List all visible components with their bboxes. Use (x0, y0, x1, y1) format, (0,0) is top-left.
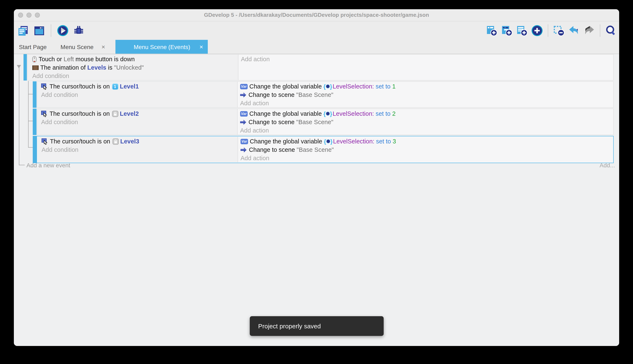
project-manager-icon[interactable] (17, 24, 29, 37)
actions-cell[interactable]: Add action (238, 54, 613, 80)
lock-icon (112, 110, 118, 117)
text-segment: is (106, 64, 114, 71)
add-action-button[interactable]: Add action (241, 55, 613, 63)
text-segment: The cursor/touch is on (50, 138, 112, 145)
toolbar-right-group (486, 24, 617, 37)
text-segment: "Unlocked" (114, 64, 144, 71)
toast-message: Project properly saved (258, 322, 321, 330)
add-action-button[interactable]: Add action (240, 99, 613, 107)
scene-editor-icon[interactable] (33, 24, 45, 37)
gdevelop-window: GDevelop 5 - /Users/dkarakay/Documents/G… (14, 9, 619, 346)
event-body: The cursor/touch is on Level2Add conditi… (37, 108, 614, 135)
conditions-cell[interactable]: The cursor/touch is on 1Level1Add condit… (37, 82, 238, 107)
add-plus-icon[interactable] (531, 24, 543, 37)
text-segment: Change to scene (248, 119, 296, 126)
screen: GDevelop 5 - /Users/dkarakay/Documents/G… (0, 0, 633, 364)
condition-line[interactable]: The cursor/touch is on Level2 (41, 110, 237, 118)
event-row-4[interactable]: The cursor/touch is on Level3Add conditi… (33, 136, 614, 163)
actions-cell[interactable]: VarChange the global variable {}LevelSel… (238, 109, 613, 134)
action-line[interactable]: VarChange the global variable {}LevelSel… (240, 137, 613, 146)
traffic-lights (18, 12, 40, 18)
cursor-icon (42, 138, 48, 144)
event-body: The cursor/touch is on Level3Add conditi… (37, 136, 613, 163)
zoom-window-button[interactable] (35, 12, 40, 18)
add-action-button[interactable]: Add action (240, 154, 613, 162)
tab-start-page[interactable]: Start Page (14, 40, 52, 54)
scene-arrow-icon (240, 147, 247, 152)
action-line[interactable]: Change to scene "Base Scene" (240, 90, 613, 99)
events-list: Touch or Left mouse button is downThe an… (14, 54, 614, 163)
mouse-icon (32, 56, 37, 62)
add-condition-button[interactable]: Add condition (41, 90, 237, 99)
tab-menu-scene[interactable]: Menu Scene × (52, 40, 111, 54)
add-new-event-button[interactable]: Add a new event (27, 162, 70, 168)
action-line[interactable]: Change to scene "Base Scene" (240, 118, 613, 126)
add-action-button[interactable]: Add action (240, 126, 613, 134)
action-line[interactable]: VarChange the global variable {}LevelSel… (240, 82, 613, 90)
add-condition-button[interactable]: Add condition (41, 118, 237, 126)
window-title: GDevelop 5 - /Users/dkarakay/Documents/G… (14, 9, 619, 21)
text-segment: "Base Scene" (296, 146, 334, 153)
conditions-cell[interactable]: The cursor/touch is on Level3Add conditi… (38, 137, 238, 162)
actions-cell[interactable]: VarChange the global variable {}LevelSel… (238, 82, 613, 107)
toolbar (14, 22, 619, 40)
event-handle-bar[interactable] (24, 54, 27, 80)
conditions-cell[interactable]: Touch or Left mouse button is downThe an… (28, 54, 238, 80)
event-row-1[interactable]: Touch or Left mouse button is downThe an… (24, 54, 614, 80)
actions-cell[interactable]: VarChange the global variable {}LevelSel… (238, 137, 613, 162)
text-segment: The cursor/touch is on (50, 83, 111, 90)
add-subevent-icon[interactable] (501, 24, 513, 37)
variable-icon: Var (240, 138, 248, 144)
undo-icon[interactable] (568, 24, 580, 37)
text-segment: The cursor/touch is on (50, 110, 111, 117)
action-line[interactable]: VarChange the global variable {}LevelSel… (240, 110, 613, 118)
text-segment: The animation of (40, 64, 87, 71)
title-bar[interactable]: GDevelop 5 - /Users/dkarakay/Documents/G… (14, 9, 619, 22)
text-segment: LevelSelection: (333, 110, 374, 117)
lock-icon (112, 138, 119, 144)
toolbar-divider (548, 24, 548, 37)
add-more-button[interactable]: Add... (600, 162, 615, 168)
event-row-3[interactable]: The cursor/touch is on Level2Add conditi… (33, 108, 614, 135)
conditions-cell[interactable]: The cursor/touch is on Level2Add conditi… (37, 109, 238, 134)
tab-menu-scene-events[interactable]: Menu Scene (Events) × (115, 40, 208, 54)
event-handle-bar[interactable] (33, 81, 37, 108)
event-body: Touch or Left mouse button is downThe an… (27, 54, 614, 80)
condition-line[interactable]: The cursor/touch is on Level3 (42, 137, 238, 146)
text-segment: Left (64, 56, 74, 62)
cursor-icon (41, 83, 48, 90)
close-tab-icon[interactable]: × (102, 44, 111, 50)
variable-icon: Var (240, 111, 248, 116)
redo-icon[interactable] (583, 24, 595, 37)
close-tab-icon[interactable]: × (199, 44, 208, 50)
condition-line[interactable]: The cursor/touch is on 1Level1 (41, 82, 237, 90)
remove-event-icon[interactable] (553, 24, 565, 37)
text-segment: set to (374, 83, 392, 90)
add-comment-icon[interactable] (516, 24, 528, 37)
global-variable-icon: {} (324, 111, 332, 116)
text-segment: Change the global variable (250, 138, 324, 145)
condition-line[interactable]: The animation of Levels is "Unlocked" (32, 63, 238, 72)
text-segment: LevelSelection: (333, 83, 374, 90)
search-icon[interactable] (605, 24, 617, 37)
text-segment: 2 (392, 110, 396, 117)
event-handle-bar[interactable] (33, 108, 37, 135)
tab-label: Start Page (19, 44, 47, 50)
play-icon[interactable] (57, 24, 69, 37)
event-handle-bar[interactable] (33, 136, 37, 163)
text-segment: set to (375, 138, 393, 145)
add-condition-button[interactable]: Add condition (32, 72, 238, 80)
minimize-window-button[interactable] (27, 12, 32, 18)
action-line[interactable]: Change to scene "Base Scene" (240, 146, 613, 154)
add-condition-button[interactable]: Add condition (42, 146, 238, 154)
debug-icon[interactable] (73, 24, 85, 37)
text-segment: Change to scene (249, 146, 296, 153)
close-window-button[interactable] (18, 12, 23, 18)
tab-label: Menu Scene (61, 44, 93, 50)
text-segment: 1 (392, 83, 396, 90)
add-event-icon[interactable] (486, 24, 498, 37)
event-row-2[interactable]: The cursor/touch is on 1Level1Add condit… (33, 81, 614, 108)
events-sheet[interactable]: Touch or Left mouse button is downThe an… (14, 54, 619, 346)
condition-line[interactable]: Touch or Left mouse button is down (32, 55, 238, 63)
scene-arrow-icon (240, 92, 246, 98)
